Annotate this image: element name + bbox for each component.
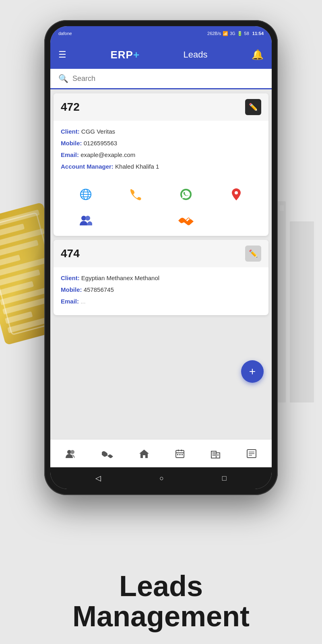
svg-point-18 [235,191,238,194]
client-label-2: Client: [61,275,80,281]
email-label-2: Email: [61,298,79,305]
lead-card-1: 472 ✏️ Client: CGG Veritas Mobile: 01265… [54,93,268,236]
lead-header-1: 472 ✏️ [54,93,268,121]
spacer-2 [211,211,262,229]
bottom-nav [50,439,272,467]
battery-icon: 🔋 [237,31,243,36]
manager-label-1: Account Manager: [61,163,114,170]
lead-actions-bottom-1 [54,211,268,236]
phone-wrapper: dafone 262B/s 📶 3G 🔋 58 11:54 ☰ ERP + [44,20,278,495]
android-back-button[interactable]: ◁ [95,474,101,483]
email-label-1: Email: [61,151,79,158]
contacts-action-1[interactable] [61,211,111,229]
lead-body-1: Client: CGG Veritas Mobile: 0126595563 E… [54,121,268,180]
battery-level: 58 [244,31,249,36]
svg-rect-36 [217,454,219,456]
svg-rect-8 [290,221,314,402]
svg-rect-32 [213,452,214,454]
spacer-1 [111,211,161,229]
bottom-nav-calendar[interactable] [172,447,188,460]
mobile-value-2: 457856745 [84,286,114,293]
manager-value-1: Khaled Khalifa 1 [115,163,159,170]
svg-point-22 [70,450,74,454]
mobile-label-2: Mobile: [61,286,82,293]
leads-list: 472 ✏️ Client: CGG Veritas Mobile: 01265… [50,89,272,439]
page-title-line1: Leads [0,571,322,602]
whatsapp-action-1[interactable] [161,184,211,204]
search-input[interactable] [72,74,264,83]
edit-button-2[interactable]: ✏️ [245,246,261,262]
mobile-label-1: Mobile: [61,140,82,147]
search-bar: 🔍 [50,69,272,89]
client-label-1: Client: [61,128,80,135]
wifi-icon: 📶 [223,31,228,36]
lead-number-1: 472 [61,101,80,114]
svg-rect-27 [177,454,178,455]
search-icon: 🔍 [58,74,68,83]
time-display: 11:54 [252,31,264,36]
android-home-button[interactable]: ○ [159,474,164,483]
svg-rect-29 [182,454,183,455]
lead-header-2: 474 ✏️ [54,240,268,267]
nav-bar: ☰ ERP + Leads 🔔 [50,41,272,69]
bottom-nav-reports[interactable] [243,447,260,460]
mobile-value-1: 0126595563 [84,140,117,147]
email-value-2: ... [80,298,86,305]
menu-icon[interactable]: ☰ [58,50,66,60]
carrier-text: dafone [58,31,72,36]
svg-point-20 [85,216,90,221]
signal-icon: 3G [230,31,235,36]
page-title-line2: Management [0,601,322,632]
handshake-action-1[interactable] [161,211,211,229]
status-right: 262B/s 📶 3G 🔋 58 11:54 [207,31,264,36]
client-value-2: Egyptian Methanex Methanol [81,275,159,281]
app-logo: ERP + [110,49,139,61]
bottom-nav-deals[interactable] [99,447,116,460]
lead-client-row-2: Client: Egyptian Methanex Methanol [61,274,261,282]
globe-action-1[interactable] [61,184,111,204]
status-bar: dafone 262B/s 📶 3G 🔋 58 11:54 [50,26,272,41]
lead-body-2: Client: Egyptian Methanex Methanol Mobil… [54,267,268,315]
notification-bell-icon[interactable]: 🔔 [252,49,264,60]
logo-plus: + [133,49,139,61]
client-value-1: CGG Veritas [81,128,115,135]
edit-button-1[interactable]: ✏️ [245,99,261,115]
svg-rect-33 [214,452,215,454]
svg-rect-34 [213,454,214,456]
email-value-1: exaple@exaple.com [80,151,135,158]
svg-rect-11 [280,205,284,211]
bottom-nav-companies[interactable] [207,447,224,460]
phone-screen: dafone 262B/s 📶 3G 🔋 58 11:54 ☰ ERP + [50,26,272,489]
page-heading: Leads [184,50,208,60]
lead-client-row-1: Client: CGG Veritas [61,127,261,136]
logo-text: ERP [110,49,133,61]
bottom-nav-contacts[interactable] [62,447,80,460]
bottom-nav-home[interactable] [136,447,153,460]
fab-add-button[interactable]: + [241,360,264,383]
lead-mobile-row-2: Mobile: 457856745 [61,285,261,294]
lead-email-row-2: Email: ... [61,297,261,305]
lead-manager-row-1: Account Manager: Khaled Khalifa 1 [61,162,261,171]
phone-frame: dafone 262B/s 📶 3G 🔋 58 11:54 ☰ ERP + [44,20,278,495]
phone-action-1[interactable] [111,184,161,204]
lead-email-row-1: Email: exaple@exaple.com [61,151,261,159]
location-action-1[interactable] [211,184,262,204]
android-nav: ◁ ○ □ [50,467,272,489]
svg-rect-35 [214,454,215,456]
android-recent-button[interactable]: □ [222,474,227,483]
lead-mobile-row-1: Mobile: 0126595563 [61,139,261,147]
page-footer-text: Leads Management [0,571,322,632]
lead-card-2: 474 ✏️ Client: Egyptian Methanex Methano… [54,240,268,315]
lead-actions-1 [54,180,268,211]
svg-rect-28 [179,454,180,455]
lead-number-2: 474 [61,247,80,260]
speed-text: 262B/s [207,31,221,36]
